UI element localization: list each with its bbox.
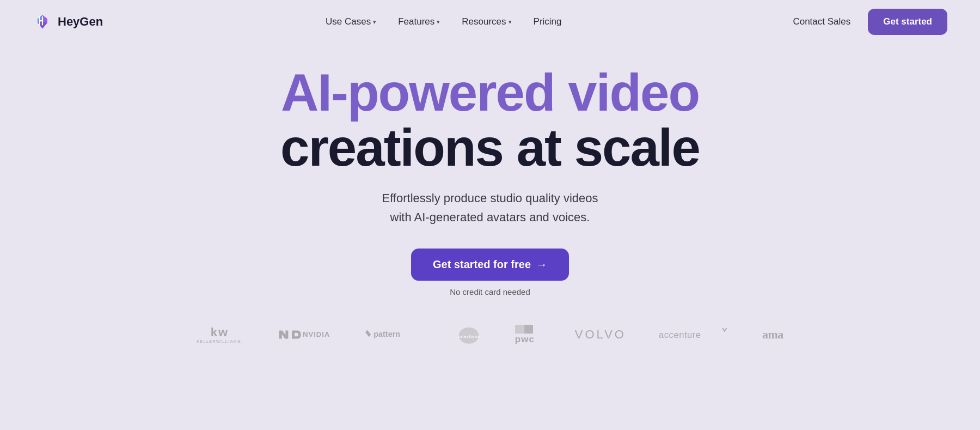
logo-amazon: ama: [762, 324, 783, 346]
nav-use-cases[interactable]: Use Cases ▾: [317, 12, 385, 32]
navbar: HeyGen Use Cases ▾ Features ▾ Resources …: [0, 0, 980, 44]
logo-pwc: pwc: [515, 324, 542, 346]
logo[interactable]: HeyGen: [33, 12, 103, 32]
logo-pattern: pattern: [363, 324, 422, 346]
chevron-down-icon: ▾: [509, 19, 512, 26]
svg-text:pattern: pattern: [373, 330, 400, 338]
logo-accenture: accenture: [659, 324, 730, 346]
svg-text:NVIDIA: NVIDIA: [303, 330, 330, 338]
nav-links: Use Cases ▾ Features ▾ Resources ▾ Prici…: [317, 12, 570, 32]
logo-icon: [33, 12, 52, 32]
logo-volvo: volvo: [575, 324, 626, 346]
hero-cta-wrapper: Get started for free → No credit card ne…: [411, 249, 569, 296]
nav-resources[interactable]: Resources ▾: [453, 12, 520, 32]
svg-text:salesforce: salesforce: [457, 334, 480, 339]
nav-pricing[interactable]: Pricing: [525, 12, 571, 32]
hero-title-line2: creations at scale: [280, 118, 700, 177]
chevron-down-icon: ▾: [373, 19, 376, 26]
svg-rect-5: [524, 325, 533, 334]
svg-text:accenture: accenture: [659, 330, 701, 340]
nav-features[interactable]: Features ▾: [389, 12, 449, 32]
hero-title: AI-powered video creations at scale: [280, 65, 700, 175]
hero-section: AI-powered video creations at scale Effo…: [0, 44, 980, 296]
logo-nvidia: NVIDIA: [275, 324, 330, 346]
get-started-button[interactable]: Get started: [868, 9, 947, 35]
hero-title-line1: AI-powered video: [281, 63, 699, 122]
chevron-down-icon: ▾: [437, 19, 440, 26]
logo-salesforce: salesforce: [455, 324, 482, 346]
arrow-icon: →: [536, 258, 547, 271]
nav-right-actions: Contact Sales Get started: [784, 9, 947, 35]
logos-bar: kw KELLERWILLIAMS. NVIDIA pattern salesf…: [0, 324, 980, 346]
logo-keller-williams: kw KELLERWILLIAMS.: [197, 324, 243, 346]
logo-text: HeyGen: [58, 15, 103, 29]
svg-rect-4: [515, 325, 524, 334]
hero-subtitle: Effortlessly produce studio quality vide…: [382, 189, 598, 227]
hero-cta-button[interactable]: Get started for free →: [411, 249, 569, 281]
no-credit-label: No credit card needed: [450, 287, 530, 296]
contact-sales-link[interactable]: Contact Sales: [784, 12, 859, 32]
